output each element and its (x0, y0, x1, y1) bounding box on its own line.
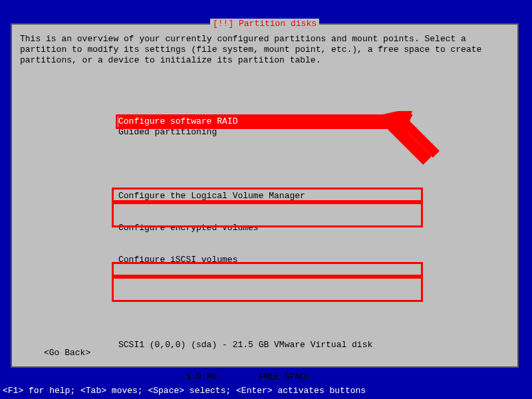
spacer (118, 297, 509, 308)
disk-sda-header[interactable]: SCSI1 (0,0,0) (sda) - 21.5 GB VMware Vir… (118, 340, 509, 350)
menu-item-guided[interactable]: Guided partitioning (118, 127, 509, 138)
menu-item-configure-encrypted[interactable]: Configure encrypted volumes (118, 223, 509, 233)
help-footer-text: <F1> for help; <Tab> moves; <Space> sele… (3, 386, 366, 396)
dialog-title-bar: [!!] Partition disks (12, 19, 517, 29)
selected-highlight: Configure software RAID (118, 116, 395, 127)
intro-text: This is an overview of your currently co… (20, 34, 509, 66)
action-menu: Guided partitioning Configure software R… (118, 106, 509, 399)
help-footer: <F1> for help; <Tab> moves; <Space> sele… (0, 378, 532, 399)
partition-dialog: [!!] Partition disks This is an overview… (11, 23, 519, 368)
go-back-button[interactable]: <Go Back> (44, 348, 90, 358)
menu-item-configure-lvm[interactable]: Configure the Logical Volume Manager (118, 191, 509, 201)
menu-item-configure-iscsi[interactable]: Configure iSCSI volumes (118, 255, 509, 265)
dialog-title: [!!] Partition disks (210, 19, 319, 29)
selected-menu-label: Configure software RAID (118, 116, 237, 126)
installer-screen: [!!] Partition disks This is an overview… (0, 0, 532, 399)
